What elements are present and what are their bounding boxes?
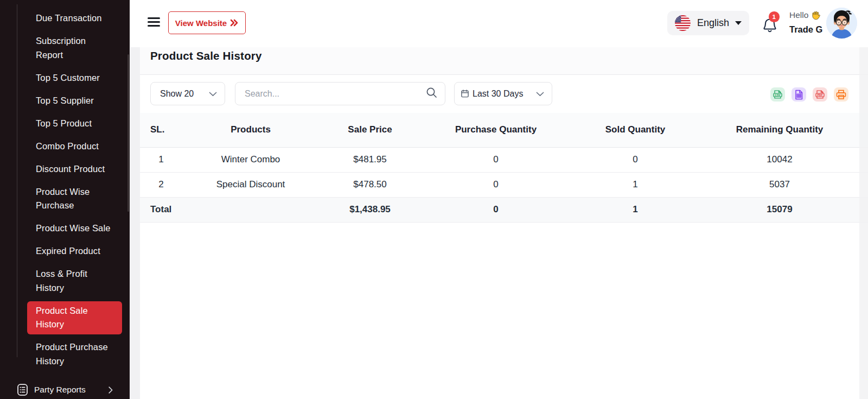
svg-text:CSV: CSV: [775, 93, 781, 97]
svg-text:PDF: PDF: [818, 93, 823, 97]
